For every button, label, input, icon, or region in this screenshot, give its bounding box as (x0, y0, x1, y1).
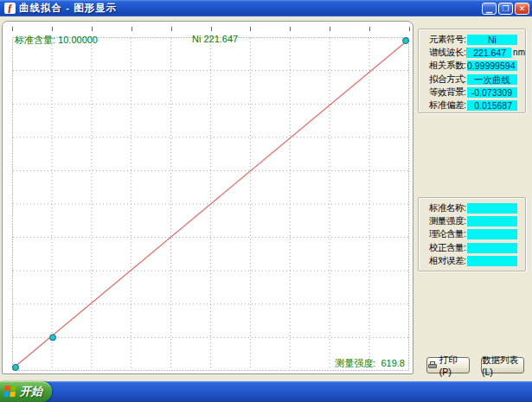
windows-logo-icon (3, 386, 16, 398)
axis-tick (369, 27, 370, 31)
axis-tick (330, 27, 330, 31)
field-label: 标准偏差: (429, 99, 466, 112)
field-row: 相关系数:0.99999594 (429, 60, 525, 73)
axis-tick (409, 27, 410, 31)
field-label: 测量强度: (429, 215, 466, 227)
field-label: 元素符号: (429, 34, 466, 46)
data-point[interactable] (50, 335, 56, 341)
field-value[interactable]: Ni (467, 35, 517, 45)
field-value[interactable] (467, 203, 517, 214)
axis-tick (52, 27, 53, 31)
field-row: 等效背景:-0.073309 (429, 86, 525, 99)
print-button-label: 打印(P) (439, 354, 469, 377)
element-wavelength-label: Ni 221.647 (192, 34, 238, 44)
field-label: 等效背景: (429, 86, 466, 99)
field-row: 谱线波长:221.647nm (429, 46, 525, 59)
sample-info-groupbox: 标准名称:测量强度:理论含量:校正含量:相对误差: (418, 197, 526, 271)
window-titlebar: ƒ 曲线拟合 - 图形显示 ▁ ❐ ✕ (0, 0, 532, 16)
field-label: 标准名称: (429, 202, 466, 214)
taskbar: 开始 e » ƒ Icp 10:46 (0, 381, 532, 402)
field-label: 校正含量: (429, 242, 466, 254)
standard-content-label: 标准含量: 10.00000 (15, 34, 98, 47)
printer-icon (427, 361, 438, 369)
calibration-plot[interactable] (12, 37, 409, 371)
axis-tick (131, 27, 132, 31)
start-button[interactable]: 开始 (0, 381, 52, 402)
chart-panel: 标准含量: 10.00000 Ni 221.647 测量强度: 619.8 (2, 21, 413, 374)
field-row: 标准偏差:0.015687 (429, 99, 525, 112)
axis-tick (92, 27, 93, 31)
field-row: 相对误差: (429, 254, 525, 267)
field-label: 理论含量: (429, 228, 466, 240)
top-axis-ticks (12, 27, 409, 31)
field-value[interactable] (467, 216, 517, 227)
field-row: 标准名称: (429, 201, 525, 214)
field-value[interactable] (467, 256, 517, 266)
field-label: 谱线波长: (429, 47, 465, 59)
field-row: 校正含量: (429, 241, 525, 254)
app-icon: ƒ (4, 3, 16, 14)
field-value[interactable]: 0.99999594 (467, 61, 517, 71)
data-list-button-label: 数据列表(L) (482, 354, 523, 377)
measured-intensity-label: 测量强度: 619.8 (335, 357, 405, 370)
field-value[interactable]: 一次曲线 (467, 74, 517, 85)
field-row: 元素符号:Ni (429, 33, 525, 46)
field-label: 相关系数: (429, 60, 466, 72)
axis-tick (171, 27, 172, 31)
field-value[interactable]: -0.073309 (467, 87, 517, 98)
desktop-screen: ƒ 曲线拟合 - 图形显示 ▁ ❐ ✕ 标准含量: 10.00000 Ni 22… (0, 0, 532, 402)
field-value[interactable]: 0.015687 (467, 100, 517, 111)
axis-tick (211, 27, 212, 31)
data-point[interactable] (13, 365, 19, 371)
data-point[interactable] (403, 38, 409, 44)
field-value[interactable] (467, 229, 517, 239)
field-row: 测量强度: (429, 214, 525, 227)
plot-svg (12, 37, 409, 371)
field-value[interactable] (467, 243, 517, 253)
close-button[interactable]: ✕ (515, 3, 529, 15)
minimize-button[interactable]: ▁ (482, 3, 497, 15)
field-unit: nm (513, 48, 525, 57)
start-button-label: 开始 (20, 384, 42, 399)
restore-button[interactable]: ❐ (498, 3, 513, 15)
field-row: 拟合方式:一次曲线 (429, 73, 525, 86)
field-label: 相对误差: (429, 255, 466, 267)
axis-tick (250, 27, 251, 31)
axis-tick (290, 27, 291, 31)
data-list-button[interactable]: 数据列表(L) (481, 357, 524, 373)
fit-info-groupbox: 元素符号:Ni谱线波长:221.647nm相关系数:0.99999594拟合方式… (418, 29, 526, 113)
field-value[interactable]: 221.647 (466, 48, 511, 58)
axis-tick (12, 27, 13, 31)
field-row: 理论含量: (429, 228, 525, 241)
print-button[interactable]: 打印(P) (426, 357, 470, 373)
field-label: 拟合方式: (429, 73, 466, 86)
window-title: 曲线拟合 - 图形显示 (19, 2, 117, 15)
